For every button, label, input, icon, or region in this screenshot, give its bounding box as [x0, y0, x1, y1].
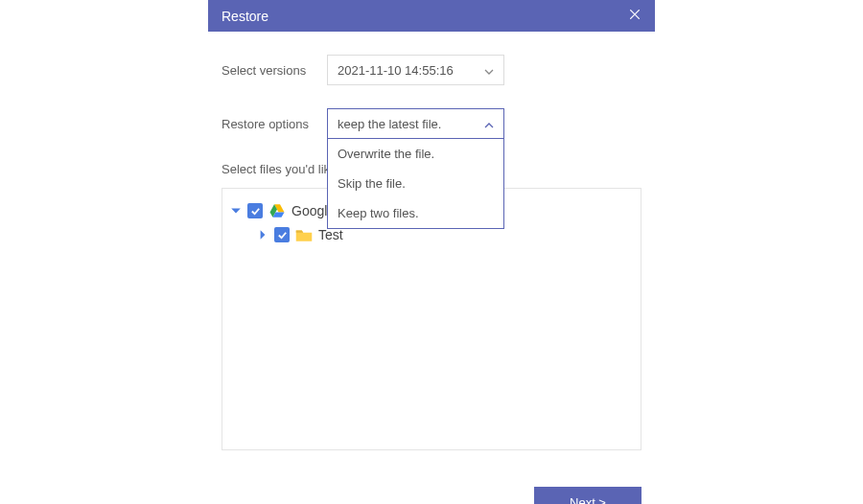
checkbox-root[interactable]: [247, 203, 263, 218]
folder-icon: [295, 227, 313, 242]
checkbox-child[interactable]: [274, 227, 290, 242]
expander-closed-icon[interactable]: [257, 229, 268, 241]
option-skip[interactable]: Skip the file.: [328, 169, 503, 198]
chevron-up-icon: [484, 119, 494, 128]
chevron-down-icon: [484, 65, 494, 75]
option-keep-two[interactable]: Keep two files.: [328, 198, 503, 228]
options-label: Restore options: [208, 117, 327, 131]
restore-dialog: Restore Select versions 2021-11-10 14:55…: [208, 0, 655, 504]
version-value: 2021-11-10 14:55:16: [338, 63, 454, 78]
close-icon[interactable]: [628, 8, 641, 24]
options-row: Restore options keep the latest file. Ov…: [208, 108, 655, 139]
dialog-footer: Next >: [534, 487, 641, 504]
version-label: Select versions: [208, 63, 327, 78]
option-overwrite[interactable]: Overwrite the file.: [328, 139, 503, 169]
dialog-body: Select versions 2021-11-10 14:55:16 Rest…: [208, 55, 655, 504]
options-selected: keep the latest file.: [338, 117, 441, 131]
expander-open-icon[interactable]: [230, 205, 242, 217]
google-drive-icon: [268, 202, 286, 219]
dialog-header: Restore: [208, 0, 655, 32]
tree-child-label: Test: [318, 227, 343, 242]
next-button[interactable]: Next >: [534, 487, 641, 504]
dialog-title: Restore: [222, 9, 268, 24]
options-dropdown: Overwrite the file. Skip the file. Keep …: [327, 139, 504, 229]
options-select[interactable]: keep the latest file. Overwrite the file…: [327, 108, 504, 139]
version-select[interactable]: 2021-11-10 14:55:16: [327, 55, 504, 85]
version-row: Select versions 2021-11-10 14:55:16: [208, 55, 655, 85]
